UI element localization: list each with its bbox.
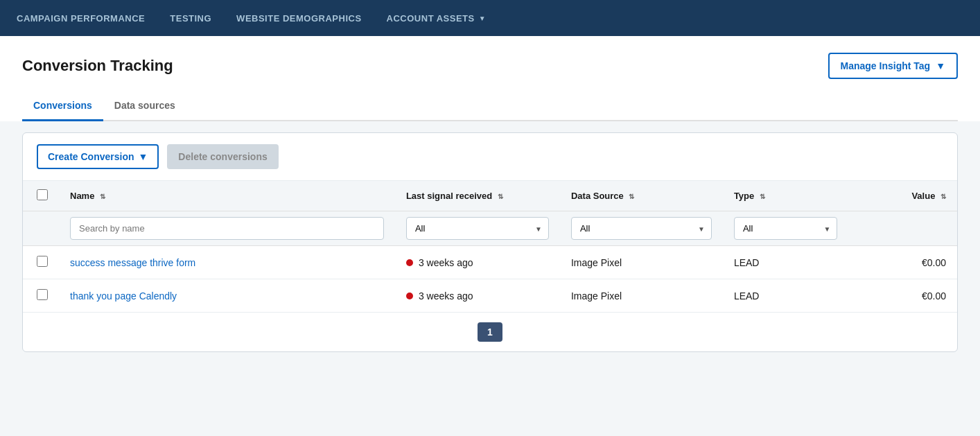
type-filter-select[interactable]: All [734, 217, 838, 240]
row2-datasource-cell: Image Pixel [560, 279, 723, 313]
row2-checkbox-cell [23, 279, 59, 313]
row2-value-cell: €0.00 [848, 279, 957, 313]
datasource-filter-select[interactable]: All [571, 217, 712, 240]
nav-testing[interactable]: TESTING [170, 2, 211, 35]
row1-signal-content: 3 weeks ago [406, 257, 549, 268]
create-button-arrow-icon: ▼ [138, 151, 148, 162]
filter-checkbox-cell [23, 211, 59, 246]
row1-checkbox[interactable] [37, 256, 48, 267]
toolbar: Create Conversion ▼ Delete conversions [23, 133, 957, 181]
row1-signal-dot-icon [406, 259, 413, 266]
page-1-button[interactable]: 1 [478, 322, 502, 342]
nav-account-assets[interactable]: ACCOUNT ASSETS ▼ [387, 2, 487, 35]
row2-signal-cell: 3 weeks ago [395, 279, 560, 313]
name-sort-icon[interactable]: ⇅ [100, 193, 105, 200]
th-data-source: Data Source ⇅ [560, 181, 723, 211]
signal-sort-icon[interactable]: ⇅ [498, 193, 503, 200]
table-header-row: Name ⇅ Last signal received ⇅ Data Sourc… [23, 181, 957, 211]
th-name: Name ⇅ [59, 181, 395, 211]
nav-website-demographics[interactable]: WEBSITE DEMOGRAPHICS [236, 2, 361, 35]
th-select-all [23, 181, 59, 211]
nav-campaign-performance[interactable]: CAMPAIGN PERFORMANCE [17, 2, 145, 35]
page-content: Conversion Tracking Manage Insight Tag ▼… [0, 36, 980, 121]
row1-checkbox-cell [23, 246, 59, 279]
value-sort-icon[interactable]: ⇅ [940, 193, 946, 200]
row1-type-cell: LEAD [723, 246, 849, 279]
tab-bar: Conversions Data sources [22, 93, 958, 121]
signal-select-wrapper: All [406, 217, 549, 240]
filter-type-cell: All [723, 211, 849, 246]
main-panel: Create Conversion ▼ Delete conversions N… [0, 121, 980, 374]
row2-signal-dot-icon [406, 293, 413, 299]
row1-name-cell: success message thrive form [59, 246, 395, 279]
page-header: Conversion Tracking Manage Insight Tag ▼ [22, 53, 958, 79]
manage-insight-tag-button[interactable]: Manage Insight Tag ▼ [828, 53, 959, 79]
table-body: success message thrive form 3 weeks ago … [23, 246, 957, 313]
row2-name-cell: thank you page Calendly [59, 279, 395, 313]
select-all-checkbox[interactable] [37, 189, 48, 200]
th-last-signal: Last signal received ⇅ [395, 181, 560, 211]
delete-conversions-button[interactable]: Delete conversions [167, 144, 278, 169]
search-by-name-input[interactable] [70, 217, 384, 240]
pagination: 1 [23, 312, 957, 351]
row1-name-link[interactable]: success message thrive form [70, 257, 195, 268]
row1-datasource-cell: Image Pixel [560, 246, 723, 279]
row2-name-link[interactable]: thank you page Calendly [70, 290, 177, 302]
filter-value-cell [848, 211, 957, 246]
top-navigation: CAMPAIGN PERFORMANCE TESTING WEBSITE DEM… [0, 0, 980, 36]
filter-name-cell [59, 211, 395, 246]
filter-datasource-cell: All [560, 211, 723, 246]
filter-row: All All [23, 211, 957, 246]
table-row: thank you page Calendly 3 weeks ago Imag… [23, 279, 957, 313]
row1-signal-cell: 3 weeks ago [395, 246, 560, 279]
conversions-card: Create Conversion ▼ Delete conversions N… [22, 132, 958, 352]
th-type: Type ⇅ [723, 181, 849, 211]
type-sort-icon[interactable]: ⇅ [760, 193, 765, 200]
account-assets-arrow-icon: ▼ [479, 15, 486, 22]
table-row: success message thrive form 3 weeks ago … [23, 246, 957, 279]
row2-type-cell: LEAD [723, 279, 849, 313]
row2-checkbox[interactable] [37, 289, 48, 300]
tab-conversions[interactable]: Conversions [22, 93, 103, 121]
create-conversion-button[interactable]: Create Conversion ▼ [37, 144, 159, 169]
row1-value-cell: €0.00 [848, 246, 957, 279]
tab-data-sources[interactable]: Data sources [103, 93, 186, 121]
datasource-sort-icon[interactable]: ⇅ [629, 193, 634, 200]
type-select-wrapper: All [734, 217, 838, 240]
row2-signal-content: 3 weeks ago [406, 290, 549, 302]
page-title: Conversion Tracking [22, 57, 173, 75]
datasource-select-wrapper: All [571, 217, 712, 240]
th-value: Value ⇅ [848, 181, 957, 211]
filter-signal-cell: All [395, 211, 560, 246]
manage-button-arrow-icon: ▼ [936, 60, 945, 71]
conversions-table: Name ⇅ Last signal received ⇅ Data Sourc… [23, 181, 957, 351]
signal-filter-select[interactable]: All [406, 217, 549, 240]
